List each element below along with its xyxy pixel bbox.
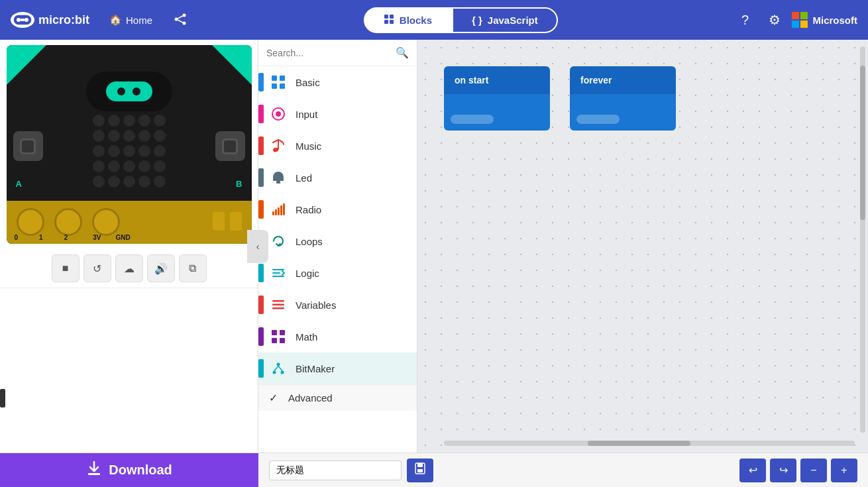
mode-tabs: Blocks { } JavaScript	[200, 7, 721, 33]
header: micro:bit 🏠 Home	[0, 0, 868, 40]
category-loops[interactable]: Loops	[258, 225, 417, 257]
svg-rect-19	[272, 83, 277, 89]
category-math[interactable]: Math	[258, 321, 417, 352]
cloud-button[interactable]: ☁	[115, 254, 143, 282]
save-button[interactable]	[407, 459, 433, 482]
pin-label-3v: 3V	[93, 234, 101, 241]
svg-rect-31	[272, 300, 284, 302]
pin-0[interactable]	[17, 208, 44, 236]
led-3-0	[93, 160, 105, 172]
stop-button[interactable]: ■	[52, 254, 80, 282]
javascript-tab-icon: { }	[472, 15, 482, 26]
pin-labels: 0 1 2 3V GND	[15, 234, 131, 241]
undo-button[interactable]: ↩	[739, 459, 766, 482]
svg-rect-17	[272, 76, 277, 81]
restart-icon: ↺	[93, 262, 101, 275]
svg-rect-45	[417, 463, 423, 467]
help-button[interactable]: ?	[733, 8, 757, 32]
category-music[interactable]: Music	[258, 130, 417, 162]
screenshot-button[interactable]: ⧉	[179, 254, 207, 282]
zoom-out-button[interactable]: −	[800, 459, 827, 482]
zoom-in-button[interactable]: +	[831, 459, 857, 482]
blocks-tab[interactable]: Blocks	[364, 7, 452, 33]
filename-input[interactable]	[269, 460, 402, 480]
basic-label: Basic	[296, 77, 406, 88]
restart-button[interactable]: ↺	[83, 254, 111, 282]
home-icon: 🏠	[109, 14, 122, 26]
category-led[interactable]: Led	[258, 162, 417, 193]
category-basic[interactable]: Basic	[258, 66, 417, 98]
led-3-3	[138, 160, 150, 172]
sound-button[interactable]: 🔊	[147, 254, 175, 282]
settings-button[interactable]: ⚙	[763, 8, 787, 32]
home-button[interactable]: 🏠 Home	[101, 10, 160, 30]
svg-rect-35	[280, 330, 285, 335]
horizontal-scrollbar[interactable]	[444, 441, 855, 446]
svg-rect-20	[280, 83, 285, 89]
bitmaker-icon	[269, 359, 288, 378]
vertical-scrollbar[interactable]	[860, 46, 865, 433]
hscroll-track	[444, 441, 855, 446]
left-eye	[117, 87, 125, 95]
svg-rect-36	[272, 338, 277, 343]
javascript-tab[interactable]: { } JavaScript	[452, 7, 558, 33]
redo-button[interactable]: ↪	[770, 459, 796, 482]
svg-rect-11	[384, 20, 388, 24]
collapse-panel-button[interactable]: ‹	[247, 230, 268, 263]
share-button[interactable]	[166, 9, 195, 31]
category-advanced[interactable]: ✓ Advanced	[258, 384, 417, 411]
svg-point-22	[276, 111, 281, 117]
svg-rect-37	[280, 338, 285, 343]
on-start-block[interactable]: on start	[444, 66, 550, 131]
download-button[interactable]: Download	[0, 453, 258, 488]
radio-color-dot	[258, 200, 264, 219]
input-icon	[269, 105, 288, 123]
redo-icon: ↪	[779, 464, 788, 476]
led-4-3	[138, 176, 150, 188]
microbit-face	[106, 81, 152, 101]
svg-point-39	[273, 371, 276, 374]
pin-gnd	[230, 212, 242, 231]
category-variables[interactable]: Variables	[258, 289, 417, 321]
header-right: ? ⚙ Microsoft	[733, 8, 858, 32]
search-input[interactable]	[266, 48, 390, 58]
logo-text: micro:bit	[38, 13, 89, 27]
forever-block[interactable]: forever	[570, 66, 676, 131]
save-icon	[413, 462, 427, 478]
led-4-4	[154, 176, 166, 188]
vscroll-thumb[interactable]	[860, 66, 865, 220]
led-4-0	[93, 176, 105, 188]
category-radio[interactable]: Radio	[258, 193, 417, 225]
svg-rect-10	[390, 15, 394, 19]
button-b[interactable]	[215, 131, 245, 161]
basic-color-dot	[258, 73, 264, 91]
music-icon	[269, 136, 288, 155]
vscroll-track	[860, 46, 865, 433]
math-icon	[269, 327, 288, 346]
pin-1[interactable]	[54, 208, 82, 236]
led-icon	[269, 168, 288, 187]
pin-2[interactable]	[92, 208, 120, 236]
led-3-4	[154, 160, 166, 172]
sound-icon: 🔊	[154, 262, 168, 275]
forever-header: forever	[570, 66, 676, 94]
svg-rect-28	[278, 207, 280, 215]
top-right-corner	[212, 45, 252, 85]
category-bitmaker[interactable]: BitMaker	[258, 352, 417, 384]
workspace[interactable]: on start forever	[417, 40, 868, 453]
category-logic[interactable]: Logic	[258, 257, 417, 289]
filename-area	[258, 459, 729, 482]
led-3-2	[123, 160, 135, 172]
screenshot-icon: ⧉	[189, 262, 196, 274]
category-input[interactable]: Input	[258, 98, 417, 130]
svg-rect-9	[384, 15, 388, 19]
hscroll-thumb[interactable]	[588, 441, 690, 446]
svg-rect-25	[276, 181, 280, 184]
button-a[interactable]	[13, 131, 43, 161]
download-label: Download	[109, 462, 172, 478]
forever-body	[570, 94, 676, 131]
svg-rect-33	[272, 307, 284, 309]
share-icon	[174, 13, 187, 27]
ms-yellow-square	[800, 21, 808, 28]
logic-label: Logic	[296, 268, 406, 279]
